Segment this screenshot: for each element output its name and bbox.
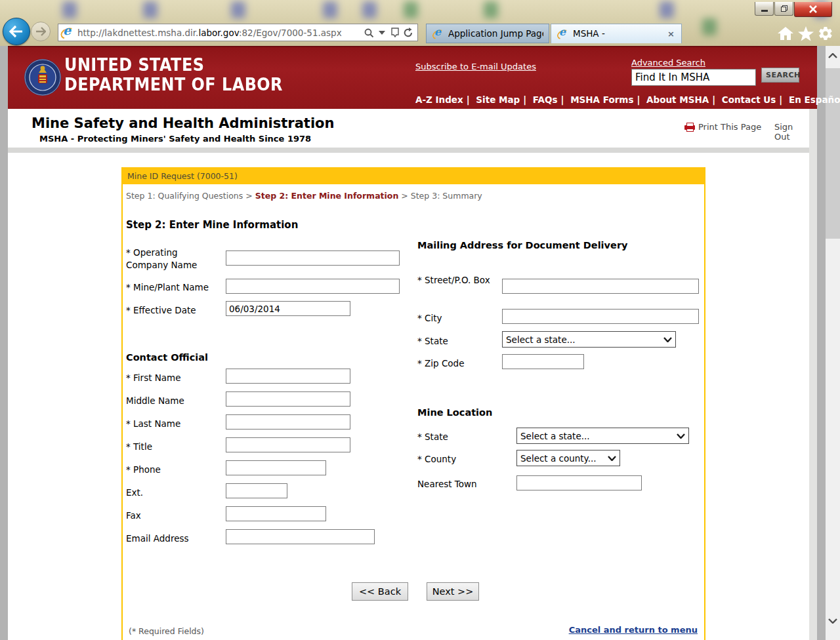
back-arrow-icon — [9, 25, 24, 38]
printer-icon — [684, 123, 695, 132]
first-name-label: * First Name — [126, 372, 181, 384]
tools-button[interactable] — [816, 25, 835, 42]
minimize-icon — [761, 5, 768, 12]
mailing-state-select[interactable]: Select a state... — [502, 331, 676, 348]
cancel-return-link[interactable]: Cancel and return to menu — [569, 625, 698, 635]
location-state-label: * State — [417, 431, 448, 443]
scroll-up-button[interactable] — [826, 47, 840, 64]
back-button[interactable] — [3, 18, 30, 45]
operating-company-label: * Operating Company Name — [126, 247, 208, 271]
tab-msha[interactable]: e MSHA - × — [551, 24, 682, 43]
desktop-icon-blur — [702, 18, 717, 35]
tab-label: Application Jump Page — [448, 28, 543, 40]
nav-separator: | — [561, 94, 564, 105]
email-input[interactable] — [226, 529, 375, 544]
phone-label: * Phone — [126, 464, 161, 476]
minimize-button[interactable] — [755, 2, 774, 16]
street-input[interactable] — [502, 279, 699, 294]
title-input[interactable] — [226, 437, 350, 452]
subscribe-link[interactable]: Subscribe to E-mail Updates — [415, 62, 536, 71]
address-dropdown-icon[interactable] — [375, 25, 388, 41]
chevron-up-icon — [828, 53, 837, 58]
breadcrumb: Step 1: Qualifying Questions > Step 2: E… — [126, 191, 482, 201]
middle-name-input[interactable] — [226, 391, 350, 407]
scrollbar-thumb[interactable] — [826, 68, 840, 239]
nav-msha-forms[interactable]: MSHA Forms — [570, 94, 633, 105]
search-icon[interactable] — [362, 25, 375, 41]
desktop-icon-blur — [404, 1, 418, 18]
address-bar[interactable]: e http://lakdnettest.msha.dir.labor.gov:… — [58, 24, 418, 41]
middle-name-label: Middle Name — [126, 395, 184, 407]
fax-input[interactable] — [226, 506, 326, 521]
back-step-button[interactable]: << Back — [352, 582, 408, 601]
tab-label: MSHA - — [573, 28, 666, 40]
mine-plant-name-input[interactable] — [226, 279, 400, 294]
print-page-link[interactable]: Print This Page — [698, 122, 761, 132]
header-nav: A-Z Index| Site Map| FAQs| MSHA Forms| A… — [415, 94, 840, 105]
nav-separator: | — [637, 94, 640, 105]
close-button[interactable] — [794, 2, 832, 17]
band-divider — [8, 148, 809, 153]
nav-az-index[interactable]: A-Z Index — [415, 94, 463, 105]
city-label: * City — [417, 312, 442, 325]
scroll-down-button[interactable] — [826, 612, 840, 630]
title-label: * Title — [126, 441, 152, 453]
forward-button[interactable] — [31, 22, 51, 41]
agency-line2: DEPARTMENT OF LABOR — [64, 75, 283, 94]
page-tagline: MSHA - Protecting Miners' Safety and Hea… — [39, 134, 311, 144]
step-heading: Step 2: Enter Mine Information — [126, 219, 298, 231]
county-select[interactable]: Select a county... — [516, 450, 620, 466]
mine-plant-name-label: * Mine/Plant Name — [126, 281, 224, 294]
home-button[interactable] — [776, 25, 795, 42]
nearest-town-input[interactable] — [516, 475, 642, 490]
zip-code-input[interactable] — [502, 354, 584, 369]
county-selected: Select a county... — [520, 453, 597, 464]
gear-icon — [818, 26, 833, 41]
close-icon — [808, 5, 818, 13]
nav-about-msha[interactable]: About MSHA — [646, 94, 709, 105]
required-fields-note: (* Required Fields) — [129, 626, 204, 636]
chevron-down-icon — [663, 337, 672, 342]
nearest-town-label: Nearest Town — [417, 478, 477, 490]
next-step-button[interactable]: Next >> — [427, 582, 479, 601]
nav-contact-us[interactable]: Contact Us — [722, 94, 776, 105]
street-label: * Street/P.O. Box — [417, 274, 491, 287]
form-banner: Mine ID Request (7000-51) — [123, 167, 704, 184]
breadcrumb-separator: > — [401, 191, 408, 201]
url-text[interactable]: http://lakdnettest.msha.dir.labor.gov:82… — [77, 28, 362, 38]
mailing-state-label: * State — [417, 335, 448, 348]
nav-faqs[interactable]: FAQs — [533, 94, 558, 105]
nav-site-map[interactable]: Site Map — [476, 94, 520, 105]
breadcrumb-separator: > — [245, 191, 252, 201]
breadcrumb-step1[interactable]: Step 1: Qualifying Questions — [126, 191, 243, 201]
agency-wordmark: UNITED STATES DEPARTMENT OF LABOR — [64, 55, 283, 94]
first-name-input[interactable] — [226, 369, 350, 384]
phone-input[interactable] — [226, 460, 326, 475]
operating-company-input[interactable] — [226, 250, 400, 266]
search-button[interactable]: SEARCH — [761, 68, 799, 83]
restore-button[interactable] — [774, 2, 793, 16]
breadcrumb-step3: Step 3: Summary — [411, 191, 482, 201]
compatibility-view-icon[interactable] — [388, 25, 402, 41]
nav-separator: | — [712, 94, 715, 105]
desktop-icon-blur — [484, 1, 498, 18]
refresh-icon[interactable] — [402, 25, 415, 41]
tab-application-jump-page[interactable]: e Application Jump Page — [426, 24, 549, 43]
city-input[interactable] — [502, 309, 699, 324]
location-state-select[interactable]: Select a state... — [516, 428, 689, 444]
sign-out-link[interactable]: Sign Out — [774, 122, 809, 142]
location-state-selected: Select a state... — [520, 431, 590, 441]
favorites-button[interactable] — [797, 25, 815, 42]
search-input[interactable] — [631, 69, 756, 86]
browser-window: e http://lakdnettest.msha.dir.labor.gov:… — [0, 0, 840, 640]
tab-close-icon[interactable]: × — [666, 29, 676, 39]
chevron-down-icon — [828, 618, 837, 624]
dol-header: UNITED STATES DEPARTMENT OF LABOR Subscr… — [8, 46, 817, 109]
mine-id-request-form: Mine ID Request (7000-51) Step 1: Qualif… — [121, 167, 705, 640]
restore-icon — [780, 5, 788, 12]
effective-date-input[interactable] — [226, 301, 350, 316]
nav-en-espanol[interactable]: En Español — [789, 94, 840, 105]
advanced-search-link[interactable]: Advanced Search — [631, 58, 705, 68]
ext-input[interactable] — [226, 483, 287, 498]
last-name-input[interactable] — [226, 414, 350, 430]
